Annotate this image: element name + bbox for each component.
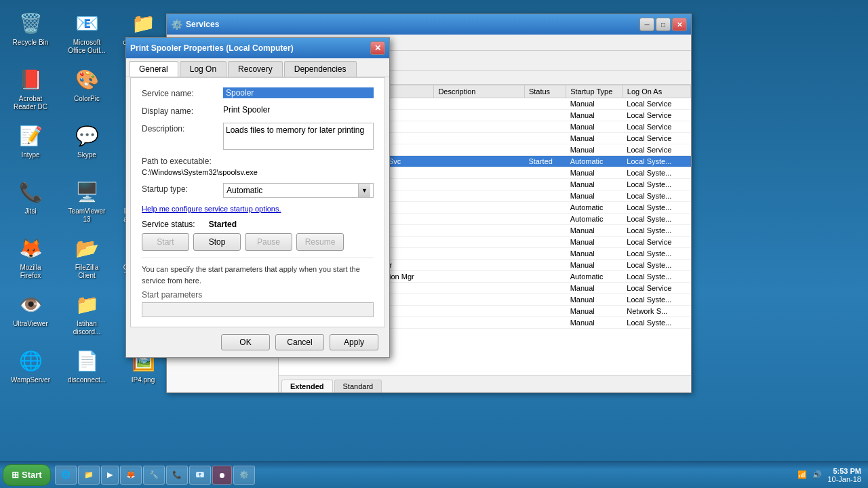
start-service-button[interactable]: Start: [142, 233, 189, 251]
service-row-logon: Local Syste...: [623, 190, 690, 202]
desktop-icon-wampserver[interactable]: 🌐 WampServer: [7, 344, 54, 395]
taskbar-email[interactable]: 📧: [189, 466, 211, 485]
service-row-logon: Local Syste...: [623, 179, 690, 190]
services-close-button[interactable]: ✕: [672, 18, 687, 31]
ultraviewer-label: UltraViewer: [13, 320, 48, 328]
path-value: C:\Windows\System32\spoolsv.exe: [142, 168, 374, 176]
tab-dependencies[interactable]: Dependencies: [284, 61, 357, 77]
connect-vpn-icon: 📁: [130, 9, 157, 37]
col-description[interactable]: Description: [434, 85, 525, 98]
desktop-icon-teamviewer[interactable]: 🖥️ TeamViewer 13: [63, 176, 111, 226]
start-params-label: Start parameters: [142, 290, 374, 300]
taskbar-wmp[interactable]: ▶: [101, 466, 119, 485]
service-row-desc: [434, 144, 525, 156]
help-configure-link[interactable]: Help me configure service startup option…: [142, 205, 374, 213]
skype-label: Skype: [77, 151, 96, 159]
startup-type-label: Startup type:: [142, 183, 223, 194]
desktop-icon-acrobat[interactable]: 📕 Acrobat Reader DC: [7, 63, 54, 114]
dialog-titlebar: Print Spooler Properties (Local Computer…: [126, 38, 389, 58]
col-logon-as[interactable]: Log On As: [623, 85, 690, 98]
service-status-value: Started: [209, 220, 237, 229]
service-row-desc: [434, 225, 525, 237]
taskbar-record[interactable]: ⏺: [212, 466, 232, 485]
col-startup-type[interactable]: Startup Type: [566, 85, 623, 98]
services-window-title: Services: [186, 20, 639, 29]
service-row-logon: Local Syste...: [623, 317, 690, 329]
stop-service-button[interactable]: Stop: [193, 233, 241, 251]
taskbar-right: 📶 🔊 5:53 PM 10-Jan-18: [797, 467, 865, 483]
service-row-logon: Local Syste...: [623, 294, 690, 306]
service-row-logon: Local Service: [623, 283, 690, 294]
service-row-startup: Automatic: [566, 156, 623, 167]
service-row-desc: [434, 190, 525, 202]
start-params-section: Start parameters: [142, 290, 374, 317]
service-row-desc: [434, 156, 525, 167]
service-row-startup: Manual: [566, 306, 623, 317]
startup-type-dropdown[interactable]: Automatic ▼: [223, 183, 374, 198]
service-status-label: Service status: Started: [142, 220, 374, 229]
clock-date: 10-Jan-18: [827, 475, 861, 483]
description-value[interactable]: Loads files to memory for later printing: [223, 123, 374, 150]
tab-general[interactable]: General: [129, 61, 178, 77]
dialog-ok-button[interactable]: OK: [221, 334, 270, 350]
col-status[interactable]: Status: [524, 85, 566, 98]
dialog-tabs: General Log On Recovery Dependencies: [126, 58, 389, 77]
taskbar-explorer[interactable]: 📁: [78, 466, 100, 485]
desktop-icon-intype[interactable]: 📝 Intype: [7, 119, 54, 170]
desktop-icon-latihan[interactable]: 📁 latihan discord...: [63, 288, 111, 339]
start-button[interactable]: ⊞ Start: [3, 464, 51, 486]
service-row-desc: [434, 306, 525, 317]
firefox-icon: 🦊: [17, 235, 44, 262]
pause-service-button[interactable]: Pause: [245, 233, 292, 251]
service-row-logon: Local Service: [623, 144, 690, 156]
desktop-icon-filezilla[interactable]: 📂 FileZilla Client: [63, 232, 111, 283]
desktop-icon-jitsi[interactable]: 📞 Jitsi: [7, 176, 54, 226]
description-row: Description: Loads files to memory for l…: [142, 123, 374, 150]
intype-label: Intype: [21, 151, 39, 159]
teamviewer-label: TeamViewer 13: [66, 207, 108, 224]
service-control-buttons: Start Stop Pause Resume: [142, 233, 374, 251]
desktop-icon-ultraviewer[interactable]: 👁️ UltraViewer: [7, 288, 54, 339]
volume-icon: 🔊: [812, 470, 822, 479]
service-row-logon: Local Syste...: [623, 260, 690, 271]
service-row-status: [524, 294, 566, 306]
desktop-icon-ms-office[interactable]: 📧 Microsoft Office Outl...: [63, 7, 111, 58]
jitsi-label: Jitsi: [24, 207, 36, 216]
start-params-input[interactable]: [142, 302, 374, 317]
resume-service-button[interactable]: Resume: [296, 233, 344, 251]
service-row-startup: Automatic: [566, 202, 623, 214]
display-name-value: Print Spooler: [223, 105, 374, 115]
recycle-bin-label: Recycle Bin: [13, 39, 49, 47]
desktop-icon-firefox[interactable]: 🦊 Mozilla Firefox: [7, 232, 54, 283]
dialog-cancel-button[interactable]: Cancel: [275, 334, 324, 350]
service-row-startup: Manual: [566, 237, 623, 248]
services-maximize-button[interactable]: □: [656, 18, 671, 31]
service-row-startup: Automatic: [566, 214, 623, 225]
tab-extended[interactable]: Extended: [281, 380, 333, 392]
desktop-icon-skype[interactable]: 💬 Skype: [63, 119, 111, 170]
service-row-desc: [434, 98, 525, 110]
taskbar-tool1[interactable]: 🔧: [143, 466, 165, 485]
dialog-apply-button[interactable]: Apply: [330, 334, 378, 350]
desktop-icon-disconnect[interactable]: 📄 disconnect...: [63, 344, 111, 395]
tab-standard[interactable]: Standard: [334, 380, 382, 392]
service-row-desc: [434, 248, 525, 260]
service-row-desc: [434, 179, 525, 190]
services-minimize-button[interactable]: ─: [639, 18, 654, 31]
firefox-label: Mozilla Firefox: [9, 264, 52, 280]
service-row-status: [524, 283, 566, 294]
services-window-controls: ─ □ ✕: [639, 18, 687, 31]
tab-recovery[interactable]: Recovery: [228, 61, 283, 77]
tab-logon[interactable]: Log On: [180, 61, 226, 77]
taskbar-settings[interactable]: ⚙️: [233, 466, 255, 485]
taskbar-firefox[interactable]: 🦊: [120, 466, 142, 485]
service-row-desc: [434, 202, 525, 214]
desktop-icon-recycle-bin[interactable]: 🗑️ Recycle Bin: [7, 7, 54, 58]
print-spooler-dialog: Print Spooler Properties (Local Computer…: [125, 37, 390, 358]
service-row-status: [524, 306, 566, 317]
dialog-close-button[interactable]: ✕: [370, 41, 385, 55]
taskbar-tool2[interactable]: 📞: [166, 466, 188, 485]
startup-type-arrow[interactable]: ▼: [358, 184, 370, 197]
desktop-icon-colorpic[interactable]: 🎨 ColorPic: [63, 63, 111, 114]
taskbar-ie[interactable]: 🌐: [55, 466, 77, 485]
